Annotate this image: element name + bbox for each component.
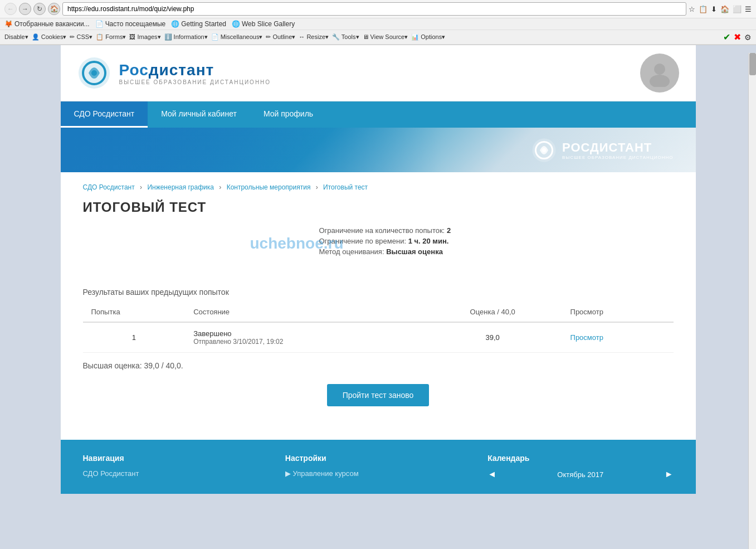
toolbar-tools[interactable]: 🔧 Tools▾ xyxy=(332,33,359,41)
svg-point-7 xyxy=(542,148,547,152)
nav-icons: ☆ 📋 ⬇ 🏠 ⬜ ☰ xyxy=(689,5,752,13)
home-button[interactable]: 🏠 xyxy=(48,3,60,15)
grading-method-value: Высшая оценка xyxy=(386,247,443,256)
layout-icon[interactable]: ⬜ xyxy=(733,5,742,13)
toolbar-check-icon: ✔ xyxy=(723,32,730,42)
cell-status: Завершено Отправлено 3/10/2017, 19:02 xyxy=(185,322,423,353)
site-container: Росдистант ВЫСШЕЕ ОБРАЗОВАНИЕ ДИСТАНЦИОН… xyxy=(61,45,696,494)
toolbar-forms[interactable]: 📋 Forms▾ xyxy=(96,33,126,41)
avatar xyxy=(640,54,679,93)
bookmark-getting-started[interactable]: 🌐 Getting Started xyxy=(171,20,226,28)
logo-title-part2: дистант xyxy=(149,61,214,79)
retry-button[interactable]: Пройти тест заново xyxy=(327,384,430,406)
download-icon[interactable]: ⬇ xyxy=(711,5,717,13)
breadcrumb-test[interactable]: Итоговый тест xyxy=(323,183,368,191)
toolbar-settings-icon[interactable]: ⚙ xyxy=(744,33,752,42)
status-complete: Завершено xyxy=(193,329,415,338)
table-header-row: Попытка Состояние Оценка / 40,0 Просмотр xyxy=(83,302,674,322)
menu-icon[interactable]: ☰ xyxy=(745,5,752,13)
toolbar-images[interactable]: 🖼 Images▾ xyxy=(129,33,160,41)
table-header: Попытка Состояние Оценка / 40,0 Просмотр xyxy=(83,302,674,322)
content-area: СДО Росдистант › Инженерная графика › Ко… xyxy=(61,172,696,429)
breadcrumb: СДО Росдистант › Инженерная графика › Ко… xyxy=(83,183,674,191)
col-attempt: Попытка xyxy=(83,302,186,322)
nav-item-sdo[interactable]: СДО Росдистант xyxy=(61,101,148,128)
attempt-limit-line: Ограничение на количество попыток: 2 xyxy=(319,226,674,235)
site-footer: Навигация СДО Росдистант Настройки ▶ Упр… xyxy=(61,440,696,494)
home-nav-icon[interactable]: 🏠 xyxy=(720,5,729,13)
breadcrumb-sep3: › xyxy=(316,183,320,191)
toolbar-cookies[interactable]: 👤 Cookies▾ xyxy=(32,33,67,41)
page-wrapper: Росдистант ВЫСШЕЕ ОБРАЗОВАНИЕ ДИСТАНЦИОН… xyxy=(0,45,756,494)
grading-line: Метод оценивания: Высшая оценка xyxy=(319,247,674,256)
site-header: Росдистант ВЫСШЕЕ ОБРАЗОВАНИЕ ДИСТАНЦИОН… xyxy=(61,45,696,101)
time-limit-label: Ограничение по времени: xyxy=(319,237,407,245)
logo-icon xyxy=(77,56,111,90)
svg-point-3 xyxy=(654,64,665,75)
logo-subtitle: ВЫСШЕЕ ОБРАЗОВАНИЕ ДИСТАНЦИОННО xyxy=(119,79,271,85)
cell-review[interactable]: Просмотр xyxy=(562,322,674,353)
info-container: Ограничение на количество попыток: 2 Огр… xyxy=(83,226,674,276)
banner-logo: РОСДИСТАНТ ВЫСШЕЕ ОБРАЗОВАНИЕ ДИСТАНЦИОН… xyxy=(531,138,673,163)
bookmark-vacancies[interactable]: 🦊 Отобранные вакансии... xyxy=(4,20,90,28)
col-status: Состояние xyxy=(185,302,423,322)
breadcrumb-sdo[interactable]: СДО Росдистант xyxy=(83,183,135,191)
bookmarks-bar: 🦊 Отобранные вакансии... 📄 Часто посещае… xyxy=(0,18,756,30)
footer-nav-title: Навигация xyxy=(83,454,269,463)
breadcrumb-sep1: › xyxy=(140,183,144,191)
arrow-icon: ▶ xyxy=(285,469,293,478)
info-block: Ограничение на количество попыток: 2 Огр… xyxy=(319,226,674,256)
results-table: Попытка Состояние Оценка / 40,0 Просмотр… xyxy=(83,302,674,353)
logo-area: Росдистант ВЫСШЕЕ ОБРАЗОВАНИЕ ДИСТАНЦИОН… xyxy=(77,56,271,90)
toolbar-viewsource[interactable]: 🖥 View Source▾ xyxy=(363,33,408,41)
table-row: 1 Завершено Отправлено 3/10/2017, 19:02 … xyxy=(83,322,674,353)
bookmark-web-slice[interactable]: 🌐 Web Slice Gallery xyxy=(232,20,295,28)
results-label: Результаты ваших предыдущих попыток xyxy=(83,288,674,297)
svg-point-2 xyxy=(91,70,97,76)
review-link[interactable]: Просмотр xyxy=(570,333,603,342)
col-review: Просмотр xyxy=(562,302,674,322)
site-nav: СДО Росдистант Мой личный кабинет Мой пр… xyxy=(61,101,696,128)
star-icon[interactable]: ☆ xyxy=(689,5,695,13)
back-button[interactable]: ← xyxy=(4,3,17,15)
breadcrumb-grafika[interactable]: Инженерная графика xyxy=(147,183,214,191)
toolbar-outline[interactable]: ✏ Outline▾ xyxy=(266,33,295,41)
breadcrumb-control[interactable]: Контрольные мероприятия xyxy=(227,183,311,191)
scrollbar-track[interactable] xyxy=(748,53,756,494)
info-section: Ограничение на количество попыток: 2 Огр… xyxy=(83,226,674,276)
page-title: ИТОГОВЫЙ ТЕСТ xyxy=(83,200,674,215)
banner-title: РОСДИСТАНТ xyxy=(562,140,673,155)
svg-point-4 xyxy=(650,75,670,87)
refresh-button[interactable]: ↻ xyxy=(33,3,46,15)
status-date: Отправлено 3/10/2017, 19:02 xyxy=(193,338,415,346)
footer-settings-course[interactable]: ▶ Управление курсом xyxy=(285,469,471,478)
scrollbar-thumb[interactable] xyxy=(749,53,756,75)
footer-settings-section: Настройки ▶ Управление курсом xyxy=(285,454,471,480)
forward-button[interactable]: → xyxy=(19,3,31,15)
footer-calendar-title: Календарь xyxy=(487,454,673,463)
logo-title-part1: Рос xyxy=(119,61,149,79)
toolbar-information[interactable]: ℹ️ Information▾ xyxy=(164,33,208,41)
toolbar-css[interactable]: ✏ CSS▾ xyxy=(70,33,92,41)
footer-nav-section: Навигация СДО Росдистант xyxy=(83,454,269,480)
address-bar[interactable] xyxy=(62,2,686,16)
footer-nav-sdo[interactable]: СДО Росдистант xyxy=(83,469,269,478)
time-limit-line: Ограничение по времени: 1 ч. 20 мин. xyxy=(319,237,674,245)
toolbar-resize[interactable]: ↔ Resize▾ xyxy=(299,33,329,41)
calendar-next-button[interactable]: ► xyxy=(665,469,674,479)
footer-settings-title: Настройки xyxy=(285,454,471,463)
bookmark-icon[interactable]: 📋 xyxy=(699,5,708,13)
toolbar-disable[interactable]: Disable▾ xyxy=(4,33,28,41)
grading-method-label: Метод оценивания: xyxy=(319,247,384,256)
cell-attempt-num: 1 xyxy=(83,322,186,353)
nav-item-cabinet[interactable]: Мой личный кабинет xyxy=(148,101,250,128)
toolbar-options[interactable]: 📊 Options▾ xyxy=(411,33,445,41)
time-limit-value: 1 ч. 20 мин. xyxy=(408,237,449,245)
calendar-prev-button[interactable]: ◄ xyxy=(487,469,496,479)
calendar-nav: ◄ Октябрь 2017 ► xyxy=(487,469,673,479)
toolbar-misc[interactable]: 📄 Miscellaneous▾ xyxy=(211,33,263,41)
table-body: 1 Завершено Отправлено 3/10/2017, 19:02 … xyxy=(83,322,674,353)
nav-item-profile[interactable]: Мой профиль xyxy=(250,101,326,128)
bookmark-frequent[interactable]: 📄 Часто посещаемые xyxy=(95,20,166,28)
browser-chrome: ← → ↻ 🏠 ☆ 📋 ⬇ 🏠 ⬜ ☰ 🦊 Отобранные ваканси… xyxy=(0,0,756,45)
